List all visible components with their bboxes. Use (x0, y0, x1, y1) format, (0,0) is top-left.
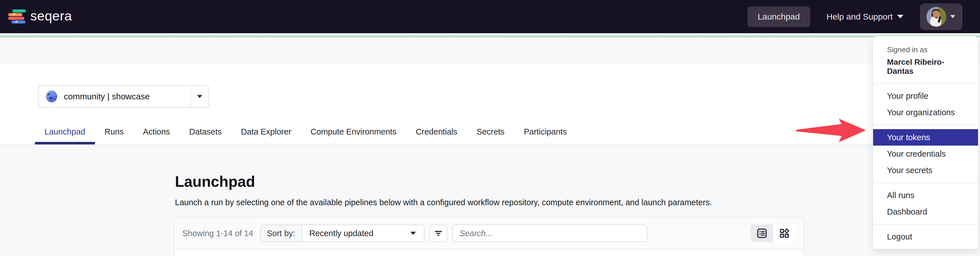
page-title: Launchpad (175, 173, 255, 190)
menu-item-your-secrets[interactable]: Your secrets (873, 162, 978, 179)
sort-select[interactable]: Recently updated (302, 225, 424, 242)
sort-control: Sort by: Recently updated (260, 224, 425, 242)
seqera-logo-icon (8, 9, 26, 24)
pipelines-toolbar: Showing 1-14 of 14 Sort by: Recently upd… (174, 218, 803, 250)
filter-lines-icon (433, 228, 444, 239)
navbar-right: Launchpad Help and Support (748, 3, 963, 30)
seqera-logo[interactable]: seqera (8, 9, 72, 24)
pipelines-card: Showing 1-14 of 14 Sort by: Recently upd… (174, 217, 804, 256)
tab-credentials[interactable]: Credentials (406, 127, 467, 144)
chevron-down-icon (897, 15, 904, 18)
workspace-band: community | showcase Launchpad Runs Acti… (0, 65, 980, 144)
filter-button[interactable] (430, 224, 447, 242)
navbar-launchpad-button[interactable]: Launchpad (748, 6, 810, 27)
logo-bar-red (8, 17, 24, 20)
logo-bar-orange (8, 13, 22, 16)
accent-divider (0, 33, 980, 37)
menu-item-your-tokens[interactable]: Your tokens (873, 129, 978, 146)
top-navbar: seqera Launchpad Help and Support (0, 0, 980, 33)
logo-bar-teal (12, 10, 26, 13)
workspace-selector[interactable]: community | showcase (38, 85, 209, 108)
logo-bar-blue (11, 21, 25, 24)
user-menu-section: Logout (873, 224, 978, 249)
grid-view-icon (779, 228, 790, 239)
tab-secrets[interactable]: Secrets (467, 127, 514, 144)
signed-in-user-name: Marcel Ribeiro-Dantas (887, 58, 969, 76)
menu-item-logout[interactable]: Logout (873, 229, 978, 245)
header-band (0, 37, 980, 65)
tab-runs[interactable]: Runs (95, 127, 134, 144)
tab-data-explorer[interactable]: Data Explorer (231, 127, 301, 144)
help-and-support-label: Help and Support (827, 12, 893, 22)
sort-select-value: Recently updated (309, 229, 374, 238)
user-menu-section: Your profile Your organizations (873, 84, 978, 125)
tab-participants[interactable]: Participants (514, 127, 576, 144)
main-content: Launchpad Launch a run by selecting one … (0, 144, 980, 256)
search-input[interactable] (452, 224, 648, 242)
user-avatar-button[interactable] (920, 3, 963, 30)
list-view-icon (757, 228, 767, 239)
workspace-selector-main[interactable]: community | showcase (39, 91, 190, 102)
tab-datasets[interactable]: Datasets (180, 127, 231, 144)
chevron-down-icon (410, 232, 416, 235)
menu-item-all-runs[interactable]: All runs (873, 187, 978, 203)
user-menu-section: All runs Dashboard (873, 183, 978, 224)
brand-name: seqera (30, 9, 72, 24)
menu-item-your-organizations[interactable]: Your organizations (873, 104, 978, 121)
help-and-support-menu[interactable]: Help and Support (827, 12, 904, 22)
tab-launchpad[interactable]: Launchpad (35, 127, 95, 144)
grid-view-button[interactable] (773, 224, 795, 242)
workspace-dropdown-toggle[interactable] (190, 86, 208, 107)
menu-item-your-profile[interactable]: Your profile (873, 88, 978, 104)
view-toggle (751, 224, 795, 242)
workspace-name: community | showcase (64, 92, 150, 101)
menu-item-dashboard[interactable]: Dashboard (873, 203, 978, 220)
workspace-tabs: Launchpad Runs Actions Datasets Data Exp… (35, 127, 576, 144)
sort-by-label: Sort by: (261, 225, 302, 242)
tab-compute-environments[interactable]: Compute Environments (301, 127, 406, 144)
user-menu-section: Your tokens Your credentials Your secret… (873, 125, 978, 182)
menu-item-your-credentials[interactable]: Your credentials (873, 146, 978, 162)
page-description: Launch a run by selecting one of the ava… (175, 198, 712, 207)
globe-icon (46, 91, 57, 102)
chevron-down-icon (197, 95, 202, 98)
list-view-button[interactable] (751, 224, 773, 242)
user-dropdown-menu: Signed in as Marcel Ribeiro-Dantas Your … (873, 36, 978, 249)
signed-in-as-label: Signed in as (887, 45, 969, 54)
chevron-down-icon (950, 15, 955, 18)
avatar (926, 7, 946, 27)
results-count: Showing 1-14 of 14 (182, 229, 253, 238)
tab-actions[interactable]: Actions (133, 127, 180, 144)
user-menu-header: Signed in as Marcel Ribeiro-Dantas (873, 36, 978, 83)
